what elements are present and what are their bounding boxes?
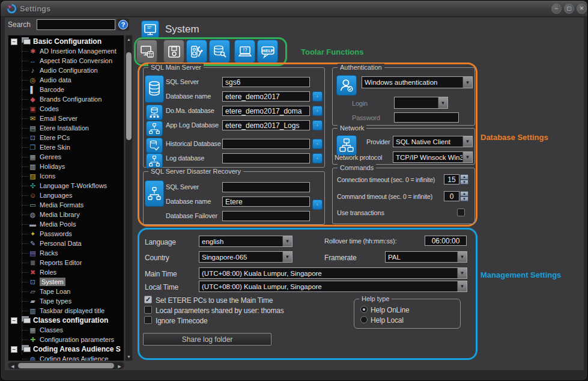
audio-tools-icon[interactable] [186, 40, 207, 63]
doma-database-input[interactable] [222, 106, 310, 116]
tree-item-configuration-parameters[interactable]: ✚ Configuration parameters [8, 335, 124, 344]
tree-item-media-formats[interactable]: ▭ Media Formats [8, 200, 124, 210]
tree-item-etere-skin[interactable]: ❐ Etere Skin [8, 142, 124, 152]
dr-sql-server-input[interactable] [222, 182, 310, 192]
tree-item-system[interactable]: ⊡ System [8, 277, 124, 287]
titlebar[interactable]: Settings – ▢ ✕ [1, 1, 588, 17]
tree-item-taskbar-displayed-title[interactable]: ▥ Taskbar displayed title [8, 306, 124, 315]
tree-item-email-server[interactable]: ✉ Email Server [8, 114, 124, 123]
dr-database-search-button[interactable] [312, 200, 323, 210]
tree-item-coding-areas-audience-s[interactable]: − Coding Areas Audience S [8, 344, 124, 354]
close-button[interactable]: ✕ [577, 4, 587, 14]
tree-item-icons[interactable]: ▨ Icons [8, 171, 124, 181]
tree-item-languages[interactable]: ☺ Languages [8, 190, 124, 200]
save-icon[interactable] [163, 40, 184, 63]
tree-item-classes[interactable]: ▦ Classes [8, 325, 124, 335]
app-log-database-input[interactable] [222, 120, 310, 130]
tree-item-racks[interactable]: ▤ Racks [8, 248, 124, 258]
dr-database-name-input[interactable] [222, 197, 310, 207]
help-bubble-icon[interactable]: HELP [257, 40, 278, 63]
tree-item-coding-areas-audience[interactable]: ◍ Coding Areas Audience [8, 354, 124, 361]
tree-item-basic-configuration[interactable]: − Basic Configuration [8, 37, 124, 46]
pc-database-icon[interactable] [136, 40, 157, 63]
ignore-timecode-checkbox[interactable] [144, 316, 152, 324]
tree-item-brands-configuration[interactable]: ◆ Brands Configuration [8, 94, 124, 104]
historical-search-button[interactable] [312, 139, 323, 149]
dropdown-arrow-icon[interactable]: ▼ [282, 236, 292, 246]
database-name-input[interactable] [222, 91, 310, 102]
use-transactions-checkbox[interactable] [457, 209, 465, 216]
settings-tree[interactable]: − Basic Configuration ✱ AD Insertion Man… [8, 35, 124, 361]
connection-timeout-input[interactable] [444, 174, 459, 184]
dr-failover-input[interactable] [222, 211, 310, 221]
tree-horizontal-scrollbar[interactable]: ◀ ▶ [8, 362, 124, 370]
tree-item-roles[interactable]: ✖ Roles [8, 267, 124, 277]
dropdown-arrow-icon[interactable]: ▼ [282, 252, 292, 262]
dropdown-arrow-icon[interactable]: ▼ [457, 252, 467, 262]
horizontal-scroll-thumb[interactable] [18, 363, 114, 368]
local-time-dropdown[interactable]: (UTC+08:00) Kuala Lumpur, Singapore ▼ [199, 281, 467, 292]
main-time-dropdown[interactable]: (UTC+08:00) Kuala Lumpur, Singapore ▼ [199, 267, 467, 279]
language-dropdown[interactable]: english ▼ [199, 236, 292, 247]
collapse-icon[interactable]: − [11, 346, 17, 353]
log-database-input[interactable] [222, 153, 310, 163]
rollover-time-input[interactable] [425, 236, 467, 246]
tree-item-tape-types[interactable]: ▰ Tape types [8, 296, 124, 306]
spin-up-icon[interactable]: ▲ [460, 174, 468, 180]
spin-down-icon[interactable]: ▼ [460, 197, 468, 202]
login-dropdown[interactable]: ▼ [394, 97, 448, 109]
tree-item-etere-pcs[interactable]: ⊡ Etere PCs [8, 133, 124, 142]
sql-server-input[interactable] [222, 77, 310, 87]
auth-mode-dropdown[interactable]: Windows authentication ▼ [362, 76, 473, 88]
tree-item-classes-configuration[interactable]: − Classes configuration [8, 315, 124, 325]
laptop-info-icon[interactable]: !? [234, 40, 255, 63]
main-time-checkbox[interactable] [144, 296, 152, 303]
collapse-icon[interactable]: − [11, 317, 17, 324]
spin-down-icon[interactable]: ▼ [460, 180, 468, 185]
provider-dropdown[interactable]: SQL Native Client ▼ [393, 136, 473, 147]
command-timeout-stepper[interactable]: ▲ ▼ [460, 191, 468, 201]
share-log-folder-button[interactable]: Share log folder [143, 333, 271, 346]
dropdown-arrow-icon[interactable]: ▼ [462, 136, 472, 147]
dropdown-arrow-icon[interactable]: ▼ [462, 77, 472, 88]
tree-item-etere-installation[interactable]: ▤ Etere Installation [8, 123, 124, 133]
tree-item-personal-data[interactable]: ✎ Personal Data [8, 239, 124, 248]
database-name-search-button[interactable] [312, 91, 323, 102]
tree-item-language-t-workflows[interactable]: ✣ Language T-Workflows [8, 181, 124, 190]
log-database-search-button[interactable] [312, 153, 323, 163]
tree-item-media-library[interactable]: ◍ Media Library [8, 210, 124, 219]
tree-item-aspect-ratio-conversion[interactable]: ↔ Aspect Ratio Conversion [8, 56, 124, 66]
connection-timeout-stepper[interactable]: ▲ ▼ [460, 174, 468, 184]
app-log-search-button[interactable] [312, 120, 323, 130]
scroll-up-icon[interactable]: ▲ [126, 35, 132, 43]
spin-up-icon[interactable]: ▲ [460, 191, 468, 197]
maximize-button[interactable]: ▢ [564, 4, 574, 14]
dropdown-arrow-icon[interactable]: ▼ [462, 152, 472, 162]
tree-item-tape-loan[interactable]: ▱ Tape Loan [8, 287, 124, 296]
scroll-right-icon[interactable]: ▶ [115, 362, 124, 369]
help-button[interactable]: ? [117, 19, 129, 31]
historical-database-input[interactable] [222, 139, 310, 149]
tree-item-reports-editor[interactable]: ≣ Reports Editor [8, 258, 124, 267]
tree-item-audio-configuration[interactable]: ♪ Audio Configuration [8, 66, 124, 75]
tree-item-audio-data[interactable]: ◎ Audio data [8, 75, 124, 85]
vertical-scroll-thumb[interactable] [126, 52, 132, 140]
command-timeout-input[interactable] [444, 191, 459, 201]
dropdown-arrow-icon[interactable]: ▼ [457, 281, 467, 291]
network-protocol-dropdown[interactable]: TCP/IP Winsock Win32 ▼ [393, 151, 473, 163]
tree-item-media-pools[interactable]: ▬ Media Pools [8, 219, 124, 229]
framerate-dropdown[interactable]: PAL ▼ [385, 251, 467, 263]
country-dropdown[interactable]: Singapore-065 ▼ [199, 251, 292, 263]
scroll-down-icon[interactable]: ▼ [126, 353, 132, 361]
dropdown-arrow-icon[interactable]: ▼ [438, 97, 447, 108]
help-online-radio[interactable] [360, 306, 368, 313]
collapse-icon[interactable]: − [11, 38, 17, 45]
help-local-radio[interactable] [360, 316, 368, 323]
tree-item-holidays[interactable]: ▥ Holidays [8, 162, 124, 171]
tree-item-ad-insertion-management[interactable]: ✱ AD Insertion Management [8, 46, 124, 56]
dropdown-arrow-icon[interactable]: ▼ [457, 268, 467, 278]
database-maintenance-icon[interactable] [209, 40, 230, 63]
tree-item-barcode[interactable]: ▌ Barcode [8, 85, 124, 94]
tree-item-genres[interactable]: ▦ Genres [8, 152, 124, 162]
tree-item-passwords[interactable]: ✦ Passwords [8, 229, 124, 239]
